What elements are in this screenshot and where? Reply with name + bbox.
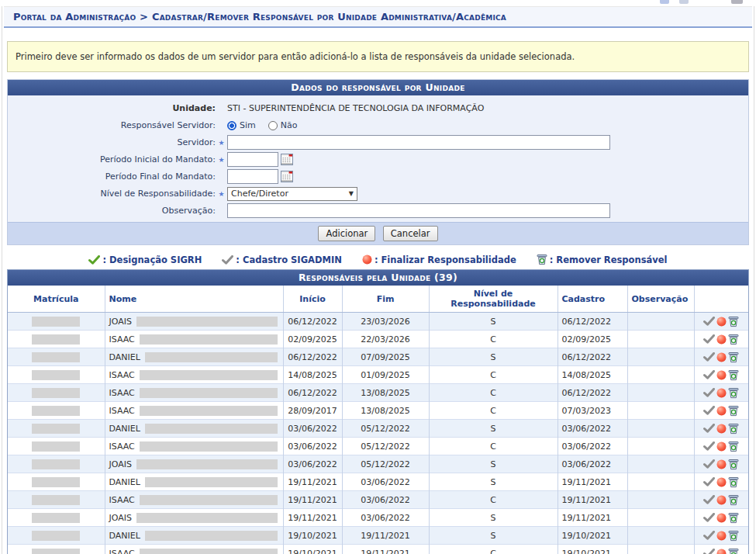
redacted-matricula: [32, 513, 80, 523]
column-header-4: Fim: [342, 286, 429, 313]
observacao-cell: [627, 527, 694, 545]
cadastro-cell: 19/11/2021: [558, 509, 627, 527]
remover-responsavel-icon[interactable]: [728, 316, 739, 327]
nome-text: ISAAC: [109, 334, 135, 345]
calendar-icon[interactable]: [281, 154, 293, 165]
fim-cell: 05/12/2022: [342, 438, 429, 455]
matricula-cell: [8, 348, 105, 366]
remover-responsavel-icon[interactable]: [728, 459, 739, 470]
legend: : Designação SIGRH: Cadastro SIGADMIN: F…: [4, 254, 752, 265]
redacted-nome: [145, 531, 278, 541]
table-row: ISAAC19/11/202103/06/2022C19/11/2021: [8, 491, 748, 509]
redacted-nome: [140, 370, 278, 380]
finalizar-responsabilidade-icon[interactable]: [716, 477, 727, 487]
cadastro-cell: 19/11/2021: [558, 473, 627, 491]
periodo-inicial-label: Período Inicial do Mandato:: [8, 154, 216, 164]
nivel-cell: S: [429, 313, 558, 331]
adicionar-button[interactable]: Adicionar: [318, 226, 375, 241]
inicio-cell: 19/11/2021: [283, 491, 342, 509]
nome-text: ISAAC: [109, 441, 135, 452]
inicio-cell: 06/12/2022: [283, 313, 342, 331]
finalizar-responsabilidade-icon[interactable]: [716, 459, 727, 469]
fim-cell: 03/06/2022: [342, 509, 429, 527]
nivel-cell: S: [429, 509, 558, 527]
nome-text: ISAAC: [109, 388, 135, 398]
finalizar-responsabilidade-icon[interactable]: [716, 495, 727, 505]
periodo-final-row: Período Final do Mandato:: [8, 168, 748, 185]
remover-responsavel-icon[interactable]: [728, 423, 739, 435]
legend-item-cadastro-sigadmin: : Cadastro SIGADMIN: [222, 254, 342, 265]
finalizar-responsabilidade-icon[interactable]: [716, 441, 727, 452]
radio-sim[interactable]: [227, 121, 236, 130]
finalizar-responsabilidade-icon[interactable]: [716, 388, 727, 398]
unidade-row: Unidade: STI - SUPERINTENDÊNCIA DE TECNO…: [8, 100, 748, 116]
matricula-cell: [8, 402, 105, 420]
periodo-inicial-input[interactable]: [227, 152, 278, 167]
remover-responsavel-icon[interactable]: [728, 441, 739, 452]
calendar-icon[interactable]: [281, 171, 293, 182]
legend-item-remover-responsavel: : Remover Responsável: [537, 254, 668, 265]
nivel-cell: C: [429, 491, 558, 509]
observacao-input[interactable]: [227, 203, 610, 218]
nivel-cell: S: [429, 348, 558, 366]
remover-responsavel-icon[interactable]: [728, 369, 739, 381]
fim-cell: 01/09/2025: [342, 366, 429, 384]
observacao-cell: [627, 491, 694, 509]
cropped-toolbar-fragment: [660, 0, 669, 4]
finalizar-responsabilidade-icon[interactable]: [716, 352, 727, 362]
finalizar-responsabilidade-icon[interactable]: [716, 424, 727, 434]
column-header-7: Observação: [627, 286, 694, 313]
finalizar-responsabilidade-icon[interactable]: [716, 406, 727, 416]
remover-responsavel-icon[interactable]: [728, 351, 739, 363]
column-header-3: Início: [283, 286, 342, 313]
nome-text: DANIEL: [109, 477, 140, 487]
radio-sim-label: Sim: [240, 120, 256, 130]
nome-cell: JOAIS: [105, 313, 283, 331]
observacao-cell: [627, 420, 694, 438]
finalizar-responsabilidade-icon[interactable]: [716, 370, 727, 380]
cadastro-cell: 02/09/2025: [558, 331, 627, 348]
remover-responsavel-icon[interactable]: [728, 512, 739, 524]
remover-responsavel-icon[interactable]: [728, 476, 739, 488]
matricula-cell: [8, 455, 105, 473]
nome-text: ISAAC: [109, 370, 135, 380]
finalizar-responsabilidade-icon[interactable]: [716, 513, 727, 523]
actions-cell: [694, 366, 748, 384]
finalizar-responsabilidade-icon[interactable]: [716, 334, 727, 345]
radio-nao[interactable]: [268, 121, 278, 130]
servidor-input[interactable]: [227, 135, 610, 150]
nivel-cell: C: [429, 402, 558, 420]
periodo-final-label: Período Final do Mandato:: [8, 171, 216, 182]
responsaveis-table: MatrículaNomeInícioFimNível de Responsab…: [8, 286, 748, 554]
form-buttons-bar: Adicionar Cancelar: [8, 222, 748, 244]
inicio-cell: 02/09/2025: [283, 331, 342, 348]
remover-responsavel-icon[interactable]: [728, 334, 739, 345]
nivel-cell: S: [429, 473, 558, 491]
unidade-value: STI - SUPERINTENDÊNCIA DE TECNOLOGIA DA …: [227, 103, 484, 113]
form-panel-title: Dados do responsável por Unidade: [8, 80, 748, 95]
actions-cell: [694, 438, 748, 455]
remover-responsavel-icon[interactable]: [728, 405, 739, 417]
cancelar-button[interactable]: Cancelar: [383, 226, 438, 241]
column-header-2: Nome: [105, 286, 283, 313]
nome-cell: ISAAC: [105, 545, 283, 554]
remover-responsavel-icon[interactable]: [728, 530, 739, 542]
sigadmin-check-icon: [703, 370, 715, 379]
remover-responsavel-icon[interactable]: [728, 494, 739, 506]
table-row: DANIEL03/06/202205/12/2022S03/06/2022: [8, 420, 748, 438]
periodo-final-input[interactable]: [227, 169, 278, 184]
nivel-select[interactable]: Chefe/Diretor ▼: [227, 187, 357, 201]
redacted-nome: [136, 513, 278, 523]
fim-cell: 05/12/2022: [342, 420, 429, 438]
finalizar-responsabilidade-icon[interactable]: [716, 531, 727, 541]
finalizar-responsabilidade-icon[interactable]: [716, 317, 727, 327]
remover-responsavel-icon[interactable]: [728, 387, 739, 399]
required-star-icon: [216, 190, 227, 198]
nivel-cell: C: [429, 384, 558, 402]
remover-responsavel-icon[interactable]: [728, 548, 739, 554]
nivel-cell: C: [429, 366, 558, 384]
finalizar-responsabilidade-icon[interactable]: [716, 549, 727, 554]
table-row: DANIEL19/10/202119/11/2021S19/10/2021: [8, 527, 748, 545]
table-row: JOAIS19/11/202103/06/2022S19/11/2021: [8, 509, 748, 527]
matricula-cell: [8, 420, 105, 438]
